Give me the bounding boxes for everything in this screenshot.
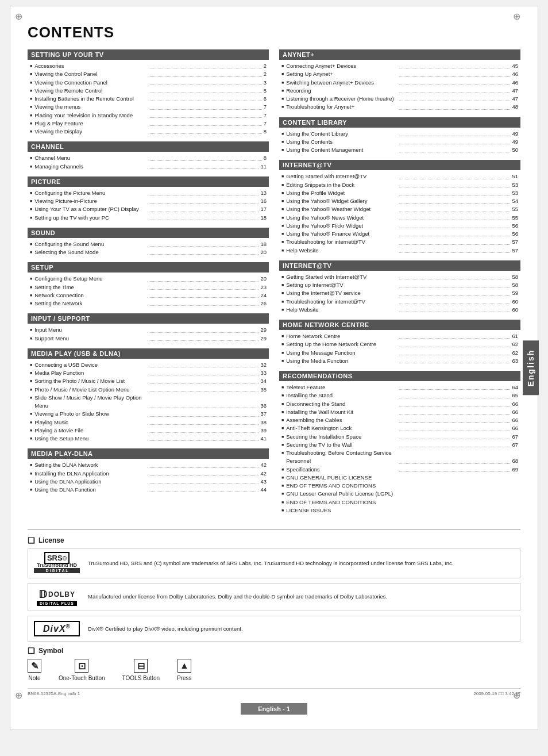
toc-item: Listening through a Receiver (Home theat…: [279, 95, 520, 103]
toc-item: Specifications69: [279, 466, 520, 474]
symbol-item: ⊟TOOLS Button: [122, 659, 160, 681]
toc-item-page: 54: [512, 197, 518, 205]
toc-item-dots: [399, 355, 511, 355]
toc-item-page: 2: [264, 70, 267, 78]
symbol-item: ▲Press: [177, 659, 192, 681]
toc-item-page: 6: [264, 95, 267, 103]
toc-item: Plug & Play Feature7: [28, 120, 269, 128]
toc-item-page: 23: [260, 283, 267, 291]
toc-item-page: 45: [512, 62, 518, 70]
toc-item-page: 46: [512, 70, 518, 78]
toc-item-row: Connecting Anynet+ Devices45: [286, 62, 518, 70]
toc-item-row: Playing a Movie File39: [34, 427, 267, 435]
toc-item-page: 58: [512, 273, 518, 281]
toc-item-dots: [148, 408, 259, 408]
toc-item-row: GNU GENERAL PUBLIC LICENSE: [286, 474, 518, 482]
toc-item: Using the Yahoo® Flickr Widget56: [279, 222, 520, 230]
english-tab-text: English: [526, 350, 535, 387]
toc-item-dots: [399, 220, 511, 220]
toc-item-page: 34: [260, 377, 267, 385]
toc-item-row: Using the Profile Widget53: [286, 189, 518, 197]
toc-item-text: Configuring the Setup Menu: [34, 275, 146, 283]
license-text-srs: TruSurround HD, SRS and (C) symbol are t…: [88, 559, 453, 567]
toc-item: Setting up the TV with your PC18: [28, 214, 269, 222]
toc-item-text: Using the Profile Widget: [286, 189, 398, 197]
footer-left: BN68-02325A-Eng.indb 1: [28, 691, 80, 696]
toc-item: Placing Your Television in Standby Mode7: [28, 112, 269, 120]
toc-item-row: Troubleshooting for Anynet+48: [286, 103, 518, 111]
toc-item-row: Photo / Music / Movie List Option Menu35: [34, 386, 267, 394]
toc-item-dots: [399, 187, 511, 187]
toc-item-dots: [399, 136, 511, 136]
section-picture: PICTUREConfiguring the Picture Menu13Vie…: [28, 176, 269, 222]
toc-item: Using Your TV as a Computer (PC) Display…: [28, 205, 269, 213]
toc-item-text: Using the Content Management: [286, 146, 398, 154]
toc-item-page: 20: [260, 275, 267, 283]
symbol-label: Press: [177, 675, 192, 681]
toc-item-text: Viewing the Control Panel: [34, 70, 147, 78]
toc-item: Using the Yahoo® Finance Widget56: [279, 230, 520, 238]
toc-item-page: 26: [260, 300, 267, 308]
symbol-label: Note: [28, 675, 40, 681]
section-header-sound: SOUND: [28, 228, 269, 238]
toc-item: Using the DLNA Application43: [28, 478, 269, 486]
toc-item-row: Viewing the Remote Control5: [34, 87, 267, 95]
toc-item: Sorting the Photo / Music / Movie List34: [28, 377, 269, 385]
toc-item-text: Network Connection: [34, 291, 146, 300]
toc-item-row: Using the Yahoo® News Widget55: [286, 214, 518, 222]
toc-item-dots: [148, 332, 259, 333]
toc-item-text: Setting up Internet@TV: [286, 281, 398, 289]
toc-item-dots: [149, 85, 261, 85]
toc-item-dots: [149, 76, 261, 77]
toc-item-text: Assembling the Cables: [286, 416, 398, 424]
toc-item-row: Input Menu29: [34, 326, 267, 334]
toc-item-dots: [399, 414, 511, 415]
toc-item-text: Using the Media Function: [286, 357, 398, 365]
toc-item-page: 33: [260, 369, 267, 377]
toc-item-page: 56: [512, 222, 518, 230]
toc-item-row: Network Connection24: [34, 291, 267, 300]
toc-item-page: 42: [260, 470, 267, 478]
toc-item-dots: [399, 389, 511, 390]
toc-item-row: Troubleshooting for internet@TV57: [286, 238, 518, 246]
toc-item-page: 48: [512, 103, 518, 111]
toc-item-page: 57: [512, 238, 518, 246]
toc-item: Installing the Wall Mount Kit66: [279, 408, 520, 416]
corner-mark-tr: ⊕: [513, 11, 520, 22]
toc-item: Using the Yahoo® Weather Widget55: [279, 205, 520, 213]
toc-item-page: 42: [260, 461, 267, 469]
license-blocks: SRS©TruSurround HDD I G I T A LTruSurrou…: [28, 548, 520, 642]
toc-item-page: 64: [512, 383, 518, 392]
section-header-internet-tv2: INTERNET@TV: [279, 260, 520, 271]
toc-item-text: Connecting Anynet+ Devices: [286, 62, 398, 70]
toc-item-page: 57: [512, 247, 518, 255]
toc-item-text: Accessories: [34, 62, 147, 70]
toc-item-row: Playing Music38: [34, 419, 267, 427]
section-content-library: CONTENT LIBRARYUsing the Content Library…: [279, 117, 520, 155]
toc-item-dots: [399, 68, 511, 68]
toc-item: Setting up Internet@TV58: [279, 281, 520, 289]
toc-item-dots: [399, 363, 511, 363]
toc-item-dots: [148, 195, 259, 195]
toc-item-page: 53: [512, 181, 518, 189]
toc-item-row: Placing Your Television in Standby Mode7: [34, 112, 267, 120]
toc-item-dots: [399, 287, 511, 287]
section-header-anynet: ANYNET+: [279, 49, 520, 60]
toc-item-row: Using the Yahoo® Widget Gallery54: [286, 197, 518, 205]
section-recommendations: RECOMMENDATIONSTeletext Feature64Install…: [279, 371, 520, 515]
license-block-divx: DivX®DivX® Certified to play DivX® video…: [28, 616, 520, 642]
section-input-support: INPUT / SUPPORTInput Menu29Support Menu2…: [28, 313, 269, 343]
left-column: SETTING UP YOUR TVAccessories2Viewing th…: [28, 49, 269, 520]
toc-item-row: Switching between Anynet+ Devices46: [286, 79, 518, 87]
section-header-channel: CHANNEL: [28, 141, 269, 152]
toc-item-dots: [399, 144, 511, 144]
toc-item-dots: [399, 463, 511, 464]
toc-item-page: 66: [512, 400, 518, 408]
toc-item-page: 24: [260, 291, 267, 300]
symbol-label: TOOLS Button: [122, 675, 160, 681]
toc-item-text: Plug & Play Feature: [34, 120, 147, 128]
section-header-media-play-dlna: MEDIA PLAY-DLNA: [28, 448, 269, 459]
toc-item-text: Playing a Movie File: [34, 427, 146, 435]
section-header-content-library: CONTENT LIBRARY: [279, 117, 520, 128]
toc-item-page: 49: [512, 138, 518, 146]
